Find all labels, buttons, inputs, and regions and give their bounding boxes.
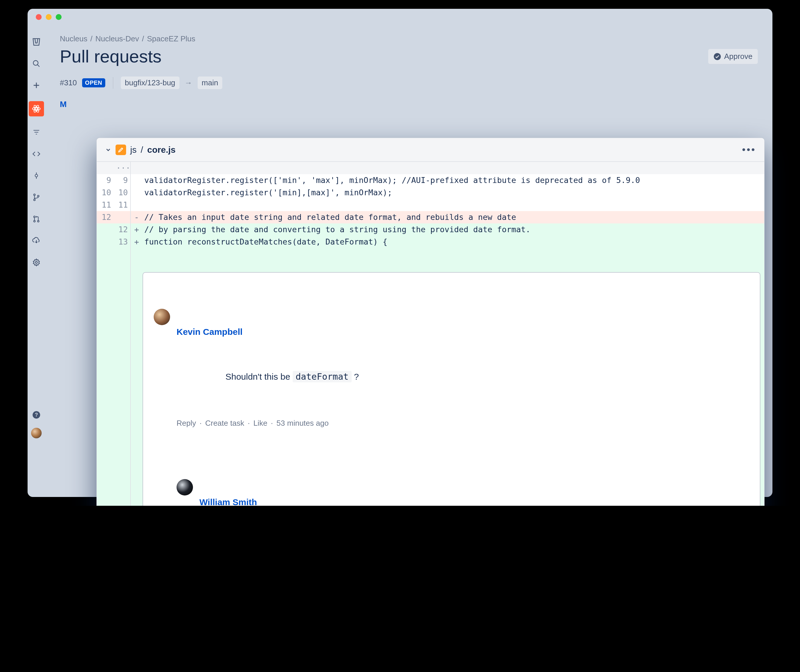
comment-author[interactable]: William Smith	[199, 497, 749, 506]
app-window: ? Nucleus / Nucleus-Dev / SpaceEZ Plus P…	[27, 9, 773, 497]
more-menu-icon[interactable]: •••	[742, 144, 756, 155]
svg-text:?: ?	[35, 412, 38, 418]
state-badge: OPEN	[82, 78, 105, 87]
app-shell: ? Nucleus / Nucleus-Dev / SpaceEZ Plus P…	[27, 25, 773, 438]
svg-point-12	[35, 262, 38, 264]
bitbucket-icon[interactable]	[30, 36, 42, 48]
code-line-removed: 12-// Takes an input date string and rel…	[97, 211, 764, 223]
svg-point-11	[38, 221, 39, 222]
code-line: 99validatorRegister.register(['min', 'ma…	[97, 174, 764, 186]
approve-label: Approve	[724, 52, 752, 61]
timestamp: 53 minutes ago	[277, 419, 329, 428]
commits-icon[interactable]	[30, 170, 42, 181]
comment-thread: Kevin Campbell Shouldn't this be dateFor…	[142, 272, 760, 506]
file-dir: js	[130, 145, 137, 155]
like-button[interactable]: Like	[253, 419, 267, 428]
code-line: 1010validatorRegister.register('[min],[m…	[97, 186, 764, 199]
code-line: 1111	[97, 199, 764, 211]
breadcrumb-item[interactable]: SpaceEZ Plus	[147, 34, 195, 43]
avatar[interactable]	[154, 309, 170, 325]
svg-point-9	[34, 216, 35, 218]
check-circle-icon	[714, 53, 721, 61]
titlebar	[27, 9, 773, 25]
code-line-added: 12+// by parsing the date and converting…	[97, 223, 764, 236]
target-branch[interactable]: main	[198, 77, 222, 89]
branches-icon[interactable]	[30, 192, 42, 203]
svg-point-6	[34, 194, 35, 195]
fold-row[interactable]: ···	[97, 162, 764, 174]
svg-point-8	[38, 195, 39, 197]
help-icon[interactable]: ?	[30, 409, 42, 421]
svg-point-10	[34, 221, 35, 222]
breadcrumb: Nucleus / Nucleus-Dev / SpaceEZ Plus	[60, 34, 758, 43]
diff-panel: js / core.js ••• ··· 99validatorRegister…	[96, 138, 765, 506]
window-zoom[interactable]	[56, 14, 62, 20]
reply-button[interactable]: Reply	[176, 419, 196, 428]
code-line-added: 13+function reconstructDateMatches(date,…	[97, 236, 764, 248]
filter-icon[interactable]	[30, 126, 42, 138]
file-modified-icon	[115, 144, 126, 155]
svg-point-7	[34, 199, 35, 200]
sidebar: ?	[27, 25, 45, 438]
file-name: core.js	[147, 145, 176, 155]
breadcrumb-item[interactable]: Nucleus-Dev	[95, 34, 139, 43]
downloads-icon[interactable]	[30, 235, 42, 246]
comment-actions: Reply· Create task· Like· 53 minutes ago	[176, 419, 749, 428]
settings-icon[interactable]	[30, 256, 42, 268]
tab-hint: M	[60, 100, 758, 109]
breadcrumb-item[interactable]: Nucleus	[60, 34, 87, 43]
approve-button[interactable]: Approve	[708, 49, 758, 64]
svg-point-0	[34, 61, 38, 66]
comment-body: Shouldn't this be dateFormat ?	[176, 357, 749, 397]
source-icon[interactable]	[30, 148, 42, 160]
svg-point-5	[35, 174, 38, 177]
search-icon[interactable]	[30, 58, 42, 69]
add-icon[interactable]	[30, 80, 42, 91]
source-branch[interactable]: bugfix/123-bug	[121, 77, 179, 89]
comment-reply: William Smith Yes, it should be dateForm…	[176, 479, 749, 506]
comment-author[interactable]: Kevin Campbell	[176, 327, 749, 337]
comment: Kevin Campbell Shouldn't this be dateFor…	[154, 309, 749, 446]
pr-meta: #310 OPEN bugfix/123-bug → main	[60, 77, 758, 89]
diff-body: ··· 99validatorRegister.register(['min',…	[97, 162, 764, 506]
window-close[interactable]	[36, 14, 42, 20]
user-avatar[interactable]	[31, 428, 42, 438]
create-task-button[interactable]: Create task	[205, 419, 244, 428]
project-logo[interactable]	[29, 101, 44, 117]
pull-requests-icon[interactable]	[30, 213, 42, 225]
comment-thread-row: Kevin Campbell Shouldn't this be dateFor…	[97, 248, 764, 506]
svg-point-1	[35, 108, 38, 110]
avatar[interactable]	[176, 479, 193, 496]
collapse-icon[interactable]	[105, 147, 112, 153]
arrow-right-icon: →	[185, 78, 192, 87]
pr-id: #310	[60, 78, 77, 87]
diff-header: js / core.js •••	[97, 138, 764, 162]
page-title: Pull requests	[60, 46, 162, 67]
window-minimize[interactable]	[46, 14, 51, 20]
